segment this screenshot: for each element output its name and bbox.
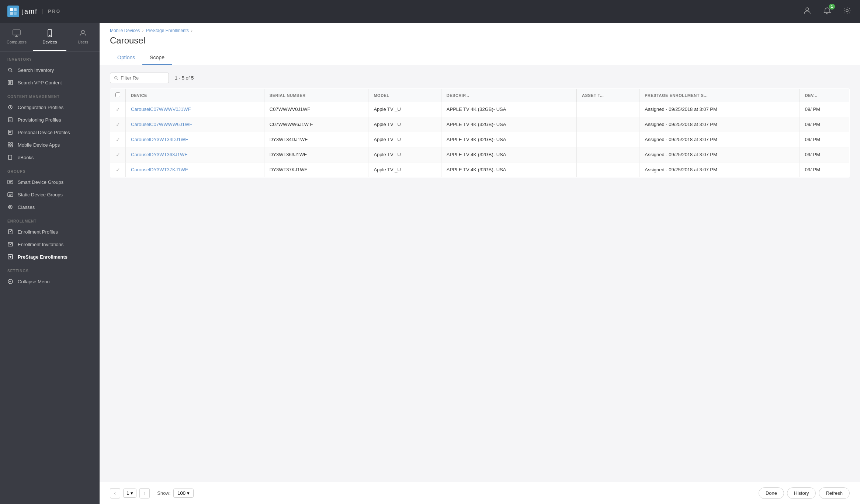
svg-point-9 [82, 30, 84, 33]
sidebar-section-groups: GROUPS [0, 164, 100, 176]
sidebar-section-inventory: INVENTORY [0, 52, 100, 64]
sidebar-section-enrollment: ENROLLMENT [0, 213, 100, 225]
sidebar-top-users[interactable]: Users [66, 23, 100, 51]
notification-badge: 1 [829, 4, 835, 10]
page-title: Carousel [110, 35, 850, 46]
svg-rect-16 [11, 143, 13, 144]
sidebar-item-static-device-groups[interactable]: Static Device Groups [0, 188, 100, 201]
row-model-cell: Apple TV _U [368, 132, 441, 147]
history-button[interactable]: History [787, 487, 816, 499]
th-asset: ASSET T... [576, 89, 639, 102]
show-label: Show: [157, 490, 170, 496]
sidebar-item-smart-device-groups[interactable]: Smart Device Groups [0, 176, 100, 188]
row-device-link[interactable]: CarouselC07WWWV0J1WF [131, 106, 191, 112]
sidebar-item-enrollment-invitations[interactable]: Enrollment Invitations [0, 238, 100, 251]
sidebar-item-ebooks[interactable]: eBooks [0, 151, 100, 164]
row-model-cell: Apple TV _U [368, 102, 441, 117]
page-prev-button[interactable]: ‹ [110, 488, 120, 498]
row-check-icon: ✓ [116, 122, 120, 127]
sidebar-item-enrollment-profiles-label: Enrollment Profiles [18, 229, 58, 235]
row-device-link[interactable]: CarouselDY3WT363J1WF [131, 152, 187, 157]
page-number-select[interactable]: 1 ▾ [123, 489, 136, 498]
svg-rect-20 [8, 193, 13, 196]
row-check-cell: ✓ [110, 117, 126, 132]
filter-search-icon [114, 76, 118, 81]
th-serial: SERIAL NUMBER [264, 89, 368, 102]
content-area: Mobile Devices › PreStage Enrollments › … [100, 23, 860, 504]
sidebar-item-classes-label: Classes [18, 204, 35, 210]
table-area: 1 - 5 of 5 DEVICE SERIAL NUMBER MODEL DE… [100, 65, 860, 482]
th-dev: DEV... [800, 89, 849, 102]
record-count: 1 - 5 of 5 [175, 75, 194, 81]
top-nav: jamf | PRO 1 [0, 0, 860, 23]
row-prestage-cell: Assigned - 09/25/2018 at 3:07 PM [639, 102, 800, 117]
sidebar-item-enrollment-profiles[interactable]: Enrollment Profiles [0, 225, 100, 238]
row-device-cell: CarouselC07WWWW6J1WF [126, 117, 264, 132]
sidebar-item-ebooks-label: eBooks [18, 155, 34, 160]
th-prestage: PRESTAGE ENROLLMENT S... [639, 89, 800, 102]
tabs: Options Scope [110, 51, 850, 65]
sidebar-item-mobile-device-apps[interactable]: Mobile Device Apps [0, 139, 100, 151]
th-model: MODEL [368, 89, 441, 102]
breadcrumb-prestage-enrollments[interactable]: PreStage Enrollments [146, 28, 189, 33]
row-check-icon: ✓ [116, 106, 120, 112]
svg-rect-14 [8, 130, 12, 134]
svg-point-5 [846, 10, 848, 12]
row-model-cell: Apple TV _U [368, 147, 441, 162]
select-all-checkbox[interactable] [115, 92, 120, 97]
settings-icon-button[interactable] [842, 5, 853, 18]
sidebar-item-provisioning-profiles-label: Provisioning Profiles [18, 117, 61, 123]
tab-scope[interactable]: Scope [142, 51, 172, 65]
table-row: ✓ CarouselDY3WT37KJ1WF DY3WT37KJ1WF Appl… [110, 162, 850, 178]
sidebar-item-personal-device-profiles[interactable]: Personal Device Profiles [0, 126, 100, 139]
sidebar-section-settings: SETTINGS [0, 263, 100, 275]
row-device-link[interactable]: CarouselC07WWWW6J1WF [131, 122, 192, 127]
row-model-cell: Apple TV _U [368, 162, 441, 178]
sidebar-top-devices[interactable]: Devices [33, 23, 66, 51]
svg-point-27 [115, 76, 117, 79]
row-asset-cell [576, 147, 639, 162]
top-nav-icons: 1 [802, 5, 853, 18]
sidebar-item-collapse-menu[interactable]: Collapse Menu [0, 275, 100, 288]
page-number-value: 1 [126, 490, 129, 496]
svg-rect-17 [8, 145, 10, 147]
show-count-select[interactable]: 100 ▾ [173, 489, 194, 498]
row-serial-cell: DY3WT37KJ1WF [264, 162, 368, 178]
row-dev-cell: 09/ PM [800, 132, 849, 147]
refresh-button[interactable]: Refresh [819, 487, 850, 499]
page-next-button[interactable]: › [139, 488, 150, 498]
filter-input[interactable] [121, 75, 165, 81]
page-header: Mobile Devices › PreStage Enrollments › … [100, 23, 860, 65]
breadcrumb-mobile-devices[interactable]: Mobile Devices [110, 28, 140, 33]
svg-point-21 [8, 205, 12, 209]
sidebar-item-prestage-enrollments[interactable]: PreStage Enrollments [0, 251, 100, 263]
row-device-link[interactable]: CarouselDY3WT34DJ1WF [131, 137, 188, 142]
svg-rect-18 [11, 145, 13, 147]
row-serial-cell: C07WWWW6J1W F [264, 117, 368, 132]
alerts-icon-button[interactable]: 1 [822, 5, 833, 18]
row-serial-cell: C07WWWV0J1WF [264, 102, 368, 117]
row-prestage-cell: Assigned - 09/25/2018 at 3:07 PM [639, 162, 800, 178]
sidebar-item-collapse-menu-label: Collapse Menu [18, 279, 50, 284]
sidebar-item-personal-device-profiles-label: Personal Device Profiles [18, 130, 70, 135]
sidebar-item-config-profiles[interactable]: Configuration Profiles [0, 101, 100, 113]
sidebar-item-search-inventory[interactable]: Search Inventory [0, 64, 100, 76]
sidebar-top-users-label: Users [78, 40, 89, 44]
user-icon-button[interactable] [802, 5, 813, 18]
row-device-link[interactable]: CarouselDY3WT37KJ1WF [131, 167, 188, 172]
sidebar-item-provisioning-profiles[interactable]: Provisioning Profiles [0, 113, 100, 126]
sidebar-top-computers[interactable]: Computers [0, 23, 33, 51]
row-asset-cell [576, 117, 639, 132]
sidebar-item-search-vpp[interactable]: Search VPP Content [0, 76, 100, 89]
sidebar-item-static-device-groups-label: Static Device Groups [18, 192, 63, 197]
jamf-logo-icon [7, 6, 19, 17]
sidebar: Computers Devices Users INVENTORY Se [0, 23, 100, 504]
filter-input-wrap[interactable] [110, 73, 169, 83]
sidebar-item-mobile-device-apps-label: Mobile Device Apps [18, 142, 60, 148]
page-number-chevron: ▾ [131, 490, 133, 496]
sidebar-item-classes[interactable]: Classes [0, 201, 100, 213]
tab-options[interactable]: Options [110, 51, 142, 65]
row-check-icon: ✓ [116, 137, 120, 143]
done-button[interactable]: Done [759, 487, 784, 499]
row-dev-cell: 09/ PM [800, 102, 849, 117]
